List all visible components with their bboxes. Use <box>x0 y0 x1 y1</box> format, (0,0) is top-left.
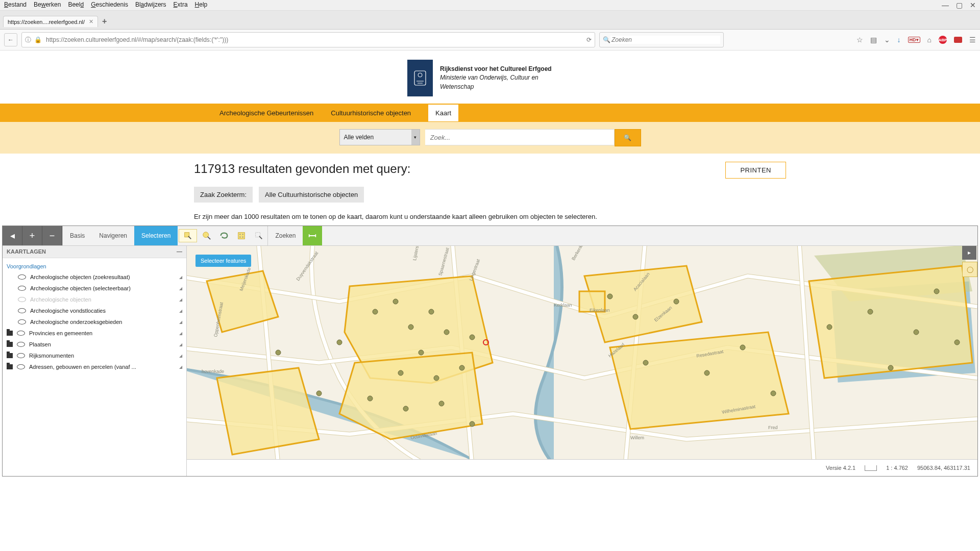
url-input[interactable] <box>45 36 583 44</box>
eye-icon[interactable] <box>18 274 26 280</box>
zoom-in-button[interactable]: + <box>22 226 42 245</box>
layer-row[interactable]: Provincies en gemeenten◢ <box>3 328 186 339</box>
select-rect-tool-icon[interactable] <box>233 226 250 245</box>
nav-item-cultuurhistorische[interactable]: Cultuurhistorische objecten <box>331 105 411 121</box>
layer-row[interactable]: Archeologische onderzoeksgebieden◢ <box>3 316 186 328</box>
window-close-icon[interactable]: ✕ <box>970 1 976 9</box>
expand-arrow-icon[interactable]: ◢ <box>179 365 182 369</box>
expand-arrow-icon[interactable]: ◢ <box>179 275 182 280</box>
field-selector-dropdown[interactable]: Alle velden ▾ <box>339 129 420 145</box>
toolbar-back-button[interactable]: ◂ <box>3 226 22 245</box>
svg-point-27 <box>398 370 403 375</box>
menu-bewerken[interactable]: Bewerken <box>34 1 61 9</box>
expand-arrow-icon[interactable]: ◢ <box>179 354 182 358</box>
url-box[interactable]: ⓘ 🔒 ⟳ <box>21 32 595 47</box>
browser-tab[interactable]: https://zoeken....reelerfgoed.nl/ ✕ <box>3 16 98 27</box>
library-icon[interactable]: ▤ <box>870 36 877 44</box>
menu-extra[interactable]: Extra <box>174 1 188 9</box>
tab-close-icon[interactable]: ✕ <box>89 18 93 25</box>
select-circle-tool-icon[interactable] <box>198 226 215 245</box>
sidebar-body[interactable]: Voorgrondlagen Archeologische objecten (… <box>3 258 186 476</box>
measure-tool-icon[interactable] <box>303 226 322 245</box>
zoom-out-button[interactable]: − <box>42 226 62 245</box>
menu-bladwijzers[interactable]: Bladwijzers <box>135 1 166 9</box>
eye-icon[interactable] <box>18 319 26 324</box>
downloads-icon[interactable]: ↓ <box>897 36 901 44</box>
nav-item-archeologische[interactable]: Archeologische Gebeurtenissen <box>219 105 313 121</box>
svg-point-34 <box>470 421 475 427</box>
eye-icon[interactable] <box>17 353 25 358</box>
mode-navigeren[interactable]: Navigeren <box>92 226 134 245</box>
adblock-icon[interactable]: ABP <box>939 36 947 44</box>
layer-label: Archeologische objecten <box>30 296 91 303</box>
mode-selecteren[interactable]: Selecteren <box>134 226 178 245</box>
site-brand: Rijksdienst voor het Cultureel Erfgoed M… <box>0 51 980 104</box>
pocket-icon[interactable]: ⌄ <box>884 36 890 44</box>
svg-point-32 <box>403 406 408 411</box>
youtube-icon[interactable] <box>954 37 962 43</box>
browser-search-input[interactable] <box>610 36 720 44</box>
print-button[interactable]: PRINTEN <box>725 162 786 179</box>
layer-label: Adressen, gebouwen en percelen (vanaf ..… <box>29 364 136 370</box>
select-lasso-tool-icon[interactable] <box>215 226 233 245</box>
info-icon[interactable]: ⓘ <box>25 36 31 44</box>
hamburger-menu-icon[interactable]: ☰ <box>969 36 976 44</box>
map-svg: .road{stroke:#fff;stroke-width:7;fill:no… <box>186 245 977 460</box>
layer-row[interactable]: Archeologische objecten (selecteerbaar)◢ <box>3 283 186 294</box>
mode-basis[interactable]: Basis <box>63 226 92 245</box>
layer-row[interactable]: Archeologische vondstlocaties◢ <box>3 305 186 316</box>
expand-arrow-icon[interactable]: ◢ <box>179 309 182 313</box>
select-polygon-tool-icon[interactable] <box>250 226 267 245</box>
layer-row[interactable]: Rijksmonumenten◢ <box>3 350 186 361</box>
map-viewer: ◂ + − Basis Navigeren Selecteren Zoeken … <box>2 226 978 477</box>
search-submit-button[interactable]: 🔍 <box>615 129 641 146</box>
brand-name: Rijksdienst voor het Cultureel Erfgoed <box>440 65 552 72</box>
chip-alle-cultuurhistorische[interactable]: Alle Cultuurhistorische objecten <box>259 187 364 203</box>
eye-icon[interactable] <box>18 308 26 313</box>
back-button[interactable]: ← <box>4 33 17 46</box>
query-input[interactable] <box>425 129 615 145</box>
eye-icon[interactable] <box>18 286 26 291</box>
sidebar-collapse-icon[interactable]: — <box>177 248 182 255</box>
svg-point-50 <box>954 340 960 345</box>
select-point-tool-icon[interactable] <box>179 229 197 242</box>
right-panel-toggle[interactable]: ▸ <box>962 245 976 260</box>
eye-icon[interactable] <box>17 342 25 347</box>
menu-help[interactable]: Help <box>195 1 208 9</box>
window-minimize-icon[interactable]: — <box>942 1 949 9</box>
layer-row[interactable]: Archeologische objecten (zoekresultaat)◢ <box>3 271 186 283</box>
window-maximize-icon[interactable]: ▢ <box>956 1 963 9</box>
browser-toolbar-icons: ☆ ▤ ⌄ ↓ HD▾ ⌂ ABP ☰ <box>856 36 976 44</box>
expand-arrow-icon[interactable]: ◢ <box>179 331 182 336</box>
eye-icon[interactable] <box>17 331 25 336</box>
browser-tab-strip: https://zoeken....reelerfgoed.nl/ ✕ + <box>0 11 980 30</box>
eye-icon[interactable] <box>18 297 26 302</box>
eye-icon[interactable] <box>17 364 25 369</box>
locate-button[interactable]: ◯ <box>962 262 977 277</box>
expand-arrow-icon[interactable]: ◢ <box>179 342 182 347</box>
svg-point-30 <box>470 335 475 340</box>
svg-point-1 <box>418 73 422 77</box>
new-tab-button[interactable]: + <box>102 17 107 26</box>
layer-row[interactable]: Plaatsen◢ <box>3 339 186 350</box>
results-count: 117913 <box>194 162 235 176</box>
chip-zaak-zoekterm[interactable]: Zaak Zoekterm: <box>194 187 253 203</box>
brand-text: Rijksdienst voor het Cultureel Erfgoed M… <box>440 65 573 91</box>
menu-geschiedenis[interactable]: Geschiedenis <box>91 1 128 9</box>
hd-badge-icon[interactable]: HD▾ <box>908 37 920 43</box>
bookmark-star-icon[interactable]: ☆ <box>856 36 863 44</box>
layer-row[interactable]: Adressen, gebouwen en percelen (vanaf ..… <box>3 361 186 372</box>
reload-icon[interactable]: ⟳ <box>586 36 592 43</box>
home-icon[interactable]: ⌂ <box>927 36 932 44</box>
mode-zoeken[interactable]: Zoeken <box>268 226 303 245</box>
map-canvas[interactable]: Selecteer features .road{stroke:#fff;str… <box>186 245 977 460</box>
menu-beeld[interactable]: Beeld <box>68 1 84 9</box>
expand-arrow-icon[interactable]: ◢ <box>179 320 182 324</box>
nav-item-kaart[interactable]: Kaart <box>428 105 458 121</box>
expand-arrow-icon[interactable]: ◢ <box>179 297 182 302</box>
layer-row[interactable]: Archeologische objecten◢ <box>3 294 186 305</box>
menu-bestand[interactable]: Bestand <box>4 1 27 9</box>
svg-point-40 <box>674 299 679 304</box>
browser-search-box[interactable]: 🔍 <box>599 32 724 47</box>
expand-arrow-icon[interactable]: ◢ <box>179 286 182 291</box>
